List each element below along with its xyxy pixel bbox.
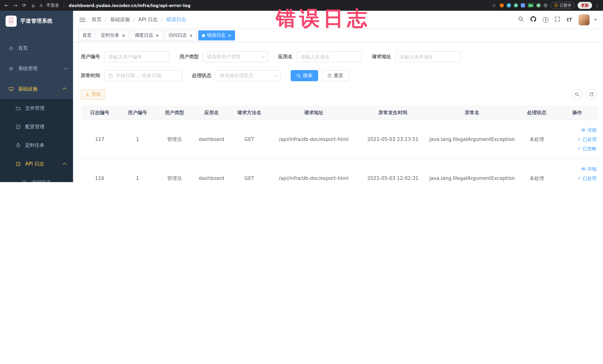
extension-on-badge[interactable]: on [528,3,533,7]
close-icon[interactable]: × [122,33,125,38]
logo[interactable]: 芋道管理系统 [0,11,73,31]
tab-schedule-logs[interactable]: 调度日志 × [131,30,163,40]
toggle-search-button[interactable] [572,89,582,100]
breadcrumb-api-logs[interactable]: API 日志 [138,16,158,23]
font-size-icon[interactable]: tT [567,17,572,23]
extension-icon-blue[interactable] [507,3,511,7]
tab-label: 错误日志 [207,32,225,39]
cell-user-type: 管理员 [156,120,193,159]
cell-user-type: 管理员 [156,159,193,182]
col-exception-time: 异常发生时间 [359,106,427,120]
extension-icon-grid[interactable] [521,3,525,7]
reload-icon[interactable]: ⟳ [22,3,27,8]
app-name-input[interactable] [297,51,362,62]
sidebar-item-label: 首页 [18,45,28,51]
col-log-id: 日志编号 [81,106,119,120]
log-icon [15,161,21,166]
paused-chip[interactable]: ☺ 已暂停 [551,2,575,9]
tab-error-logs[interactable]: 错误日志 × [198,30,235,40]
tab-label: 定时任务 [101,32,119,39]
vue-devtools-icon[interactable]: V [514,3,518,7]
bookmark-star-icon[interactable]: ☆ [491,3,497,8]
address-bar[interactable]: dashboard.yudao.iocoder.cn/infra/log/api… [69,3,191,8]
monitor-icon [8,86,14,91]
range-separator: - [138,73,139,78]
extension-icon-green[interactable] [536,3,541,7]
sidebar-item-label: 系统管理 [18,65,37,72]
search-button[interactable]: 搜索 [291,70,318,81]
app-name-label: 应用名 [278,53,292,60]
cell-exception-name: java.lang.IllegalArgumentException [427,159,518,182]
action-detail[interactable]: 详细 [558,164,596,174]
home-icon[interactable]: ⌂ [30,3,36,8]
overflow-menu-icon[interactable]: ⋮ [595,3,600,8]
table-toolbar: 导出 [81,89,598,100]
app-title: 芋道管理系统 [20,18,53,24]
tab-home[interactable]: 首页 [79,30,95,40]
export-button[interactable]: 导出 [81,89,105,100]
tab-label: 调度日志 [135,32,153,39]
breadcrumb-error-logs: 错误日志 [166,16,186,23]
action-processed[interactable]: ✓已处理 [558,135,596,144]
close-icon[interactable]: × [189,33,193,38]
extension-icon-orange[interactable] [500,3,504,7]
active-dot [202,34,205,37]
help-icon[interactable]: ? [543,17,548,23]
forward-icon[interactable]: → [13,3,18,8]
chevron-down-icon [261,54,265,58]
col-request-url: 请求地址 [268,106,359,120]
breadcrumb-home[interactable]: 首页 [92,16,102,23]
fullscreen-icon[interactable] [555,16,560,23]
breadcrumb-infrastructure[interactable]: 基础设施 [110,16,130,23]
cell-actions: 详细 ✓已处理 ✓已忽略 [556,159,598,182]
sidebar-item-access-logs[interactable]: 访问日志 [0,173,73,182]
sidebar-item-scheduled-tasks[interactable]: 定时任务 [0,136,73,155]
check-icon: ✓ [577,144,581,153]
sidebar-item-label: API 日志 [25,161,44,167]
action-detail[interactable]: 详细 [558,125,596,135]
action-ignored[interactable]: ✓已忽略 [558,144,596,153]
sidebar-item-home[interactable]: 首页 [0,38,73,58]
refresh-button[interactable] [586,89,597,100]
close-icon[interactable]: × [155,33,159,38]
security-label[interactable]: 不安全 [46,3,59,8]
caret-down-icon[interactable] [594,19,597,21]
hamburger-icon[interactable] [79,17,86,23]
request-url-input[interactable] [395,51,461,62]
cell-status: 未处理 [518,159,556,182]
col-app-name: 应用名 [193,106,231,120]
cell-log-id: 116 [81,159,119,182]
address-separator: | [63,3,65,8]
tab-label: 访问日志 [168,32,187,39]
avatar[interactable] [578,14,590,25]
extension-icon-gray[interactable] [544,3,548,7]
process-status-select[interactable]: 请选择处理状态 [215,70,281,81]
date-range-picker[interactable]: 开始日期 - 结束日期 [104,70,182,81]
sidebar-item-api-logs[interactable]: API 日志 [0,155,73,173]
sidebar-menu: 首页 系统管理 基础设施 文件管理 配置管理 [0,31,73,182]
sidebar-item-file-management[interactable]: 文件管理 [0,99,73,117]
close-icon[interactable]: × [228,33,231,38]
tab-access-logs[interactable]: 访问日志 × [165,30,197,40]
tab-scheduled-tasks[interactable]: 定时任务 × [97,30,129,40]
reset-button[interactable]: 重置 [322,70,349,81]
sidebar-item-config-management[interactable]: 配置管理 [0,117,73,136]
table-row: 116 1 管理员 dashboard GET /api/infra/db-do… [81,159,598,182]
sidebar-item-label: 配置管理 [25,124,45,130]
col-user-id: 用户编号 [119,106,156,120]
sidebar-item-infrastructure[interactable]: 基础设施 [0,79,73,99]
cell-app-name: dashboard [193,159,231,182]
update-button[interactable]: 更新 [578,2,592,9]
back-icon[interactable]: ← [4,3,9,8]
col-exception-name: 异常名 [427,106,518,120]
sidebar-item-system[interactable]: 系统管理 [0,58,73,79]
tags-bar: 首页 定时任务 × 调度日志 × 访问日志 × 错误日志 × [73,29,603,42]
action-processed[interactable]: ✓已处理 [558,174,596,182]
start-date-placeholder: 开始日期 [116,72,135,79]
user-id-input[interactable] [104,51,169,62]
cell-log-id: 117 [81,120,119,159]
paused-label: 已暂停 [560,3,571,8]
user-type-select[interactable]: 请选择用户类型 [203,51,268,62]
github-icon[interactable] [530,16,537,23]
search-icon[interactable] [518,16,524,23]
